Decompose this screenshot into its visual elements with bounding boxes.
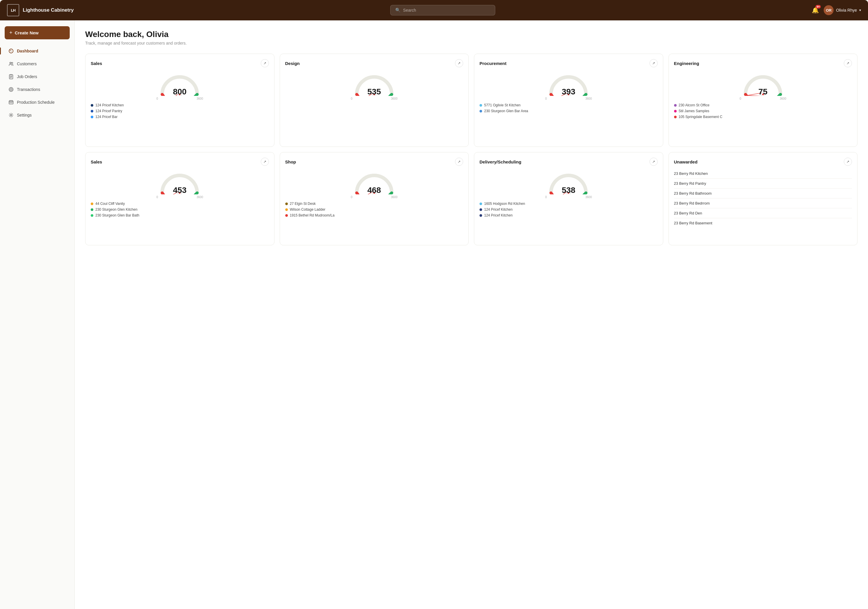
gauge-max-procurement-1: 3600 [585,97,592,100]
card-title-engineering-1: Engineering [674,61,699,66]
card-sales-2: Sales ↗ 453 0 3600 [85,152,274,245]
legend-item-sales-1-0: 124 Pricef Kitchen [91,103,269,107]
legend-dot-sales-1-1 [91,110,93,113]
page-subtitle: Track, manage and forecast your customer… [85,41,857,45]
legend-item-sales-2-2: 230 Sturgeon Glen Bar Bath [91,213,269,217]
legend-item-engineering-1-1: Stil James Samples [674,109,852,113]
card-link-button-shop-1[interactable]: ↗ [455,158,463,166]
card-link-button-sales-2[interactable]: ↗ [261,158,269,166]
user-menu-button[interactable]: OR Olivia Rhye ▾ [824,5,861,15]
gauge-value-engineering-1: 75 [740,88,786,96]
legend-item-procurement-1-0: 5771 Ogilvie St Kitchen [479,103,658,107]
card-link-button-procurement-1[interactable]: ↗ [649,59,658,67]
card-title-sales-2: Sales [91,159,102,164]
card-title-sales-1: Sales [91,61,102,66]
gauge-max-sales-2: 3600 [197,196,203,199]
gauge-min-procurement-1: 0 [545,97,547,100]
unawarded-item-unawarded-1-1: 23 Berry Rd Pantry [674,179,852,189]
legend-label-delivery-1-2: 124 Pricef Kitchen [484,213,513,217]
gauge-delivery-1: 538 0 3600 [479,168,658,199]
legend-label-engineering-1-1: Stil James Samples [679,109,709,113]
legend-label-delivery-1-1: 124 Pricef Kitchen [484,207,513,212]
chevron-down-icon: ▾ [859,8,861,12]
card-link-button-design-1[interactable]: ↗ [455,59,463,67]
svg-point-3 [12,62,13,63]
svg-rect-10 [11,102,12,103]
sidebar-item-customers[interactable]: Customers [5,58,70,70]
sidebar-item-transactions[interactable]: Transactions [5,83,70,95]
sidebar-item-production-schedule[interactable]: Production Schedule [5,96,70,108]
gauge-labels-sales-1: 0 3600 [157,97,203,100]
sidebar-item-job-orders[interactable]: Job Orders [5,71,70,82]
card-title-shop-1: Shop [285,159,296,164]
legend-item-shop-1-0: 27 Elgin St Desk [285,202,463,206]
legend-dot-shop-1-1 [285,208,288,211]
gauge-engineering-1: 75 0 3600 [674,70,852,100]
gauge-value-sales-2: 453 [157,186,203,194]
gauge-min-sales-2: 0 [157,196,158,199]
card-link-button-delivery-1[interactable]: ↗ [649,158,658,166]
card-link-button-engineering-1[interactable]: ↗ [844,59,852,67]
app-logo: LH [7,4,19,16]
gauge-max-delivery-1: 3600 [585,196,592,199]
plus-icon: + [9,30,12,36]
legend-label-shop-1-1: Wilson Cottage Ladder [290,207,326,212]
legend-label-sales-2-1: 230 Sturgeon Glen Kitchen [95,207,137,212]
card-legend-delivery-1: 1605 Hodgson Rd Kitchen 124 Pricef Kitch… [479,202,658,217]
create-new-button[interactable]: + Create New [5,26,70,39]
legend-label-sales-1-0: 124 Pricef Kitchen [95,103,124,107]
card-header-delivery-1: Delivery/Scheduling ↗ [479,158,658,166]
gauge-value-design-1: 535 [351,88,398,96]
search-placeholder-text: Search [403,8,416,12]
legend-dot-shop-1-0 [285,202,288,205]
sidebar-item-settings[interactable]: Settings [5,109,70,121]
unawarded-list-unawarded-1: 23 Berry Rd Kitchen23 Berry Rd Pantry23 … [674,169,852,228]
legend-dot-delivery-1-0 [479,202,482,205]
sidebar: + Create New Dashboard [0,20,75,609]
legend-label-sales-2-2: 230 Sturgeon Glen Bar Bath [95,213,140,217]
legend-item-shop-1-2: 1915 Bethel Rd Mudroom/La [285,213,463,217]
unawarded-item-unawarded-1-5: 23 Berry Rd Basement [674,218,852,228]
card-design-1: Design ↗ 535 0 3600 [280,54,469,147]
main-content: Welcome back, Olivia Track, manage and f… [75,20,868,609]
legend-label-sales-1-1: 124 Pricef Pantry [95,109,122,113]
gauge-sales-1: 800 0 3600 [91,70,269,100]
gauge-procurement-1: 393 0 3600 [479,70,658,100]
job-orders-icon [8,74,14,80]
gauge-wrapper-engineering-1: 75 [740,70,786,96]
card-link-button-sales-1[interactable]: ↗ [261,59,269,67]
customers-icon [8,61,14,67]
sidebar-item-label-dashboard: Dashboard [17,49,38,53]
gauge-design-1: 535 0 3600 [285,70,463,100]
gauge-value-delivery-1: 538 [545,186,592,194]
legend-item-delivery-1-1: 124 Pricef Kitchen [479,207,658,212]
legend-label-engineering-1-0: 230 Alcorn St Office [679,103,710,107]
gauge-max-shop-1: 3600 [391,196,398,199]
legend-label-procurement-1-1: 230 Sturgeon Glen Bar Area [484,109,528,113]
gauge-wrapper-sales-2: 453 [157,168,203,194]
card-legend-procurement-1: 5771 Ogilvie St Kitchen 230 Sturgeon Gle… [479,103,658,113]
gauge-labels-procurement-1: 0 3600 [545,97,592,100]
card-unawarded-1: Unawarded ↗ 23 Berry Rd Kitchen23 Berry … [668,152,858,245]
legend-item-sales-1-2: 124 Pricef Bar [91,115,269,119]
gauge-max-design-1: 3600 [391,97,398,100]
legend-dot-delivery-1-2 [479,214,482,217]
legend-item-sales-2-0: 44 Coul Cliff Vanity [91,202,269,206]
card-link-button-unawarded-1[interactable]: ↗ [844,158,852,166]
legend-dot-procurement-1-1 [479,110,482,113]
header-right: 🔔 9+ OR Olivia Rhye ▾ [812,5,861,15]
production-schedule-icon [8,99,14,105]
sidebar-item-label-job-orders: Job Orders [17,74,37,79]
legend-item-procurement-1-1: 230 Sturgeon Glen Bar Area [479,109,658,113]
dashboard-icon [8,48,14,54]
sidebar-item-dashboard[interactable]: Dashboard [5,45,70,57]
gauge-max-sales-1: 3600 [197,97,203,100]
search-bar[interactable]: 🔍 Search [390,5,495,15]
notifications-button[interactable]: 🔔 9+ [812,7,819,14]
card-header-engineering-1: Engineering ↗ [674,59,852,67]
legend-dot-procurement-1-0 [479,104,482,107]
unawarded-item-unawarded-1-4: 23 Berry Rd Den [674,208,852,218]
gauge-wrapper-sales-1: 800 [157,70,203,96]
header: LH Lighthouse Cabinetry 🔍 Search 🔔 9+ OR… [0,0,868,20]
gauge-labels-sales-2: 0 3600 [157,196,203,199]
